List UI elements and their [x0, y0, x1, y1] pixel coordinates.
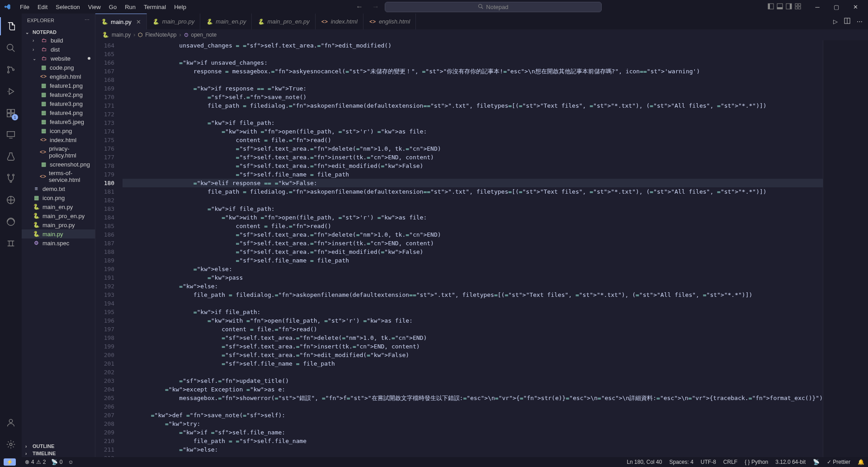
file-item[interactable]: ▦feature5.jpeg — [22, 117, 95, 126]
img-file-icon: ▦ — [33, 194, 40, 201]
extensions-icon[interactable]: 1 — [0, 104, 22, 122]
file-item[interactable]: ▦screenshot.png — [22, 160, 95, 169]
file-item[interactable]: <>privacy-policy.html — [22, 144, 95, 160]
titlebar: File Edit Selection View Go Run Terminal… — [0, 0, 868, 14]
breadcrumb[interactable]: 🐍 main.py › ⬡ FlexNoteApp › ⊙ open_note — [95, 29, 868, 40]
file-item[interactable]: <>terms-of-service.html — [22, 169, 95, 184]
img-file-icon: ▦ — [40, 127, 47, 134]
sidebar-more-icon[interactable]: ⋯ — [85, 17, 90, 23]
py-file-icon: 🐍 — [33, 230, 40, 238]
svg-point-15 — [8, 71, 9, 73]
prettier[interactable]: ✓ Prettier — [827, 459, 850, 465]
encoding[interactable]: UTF-8 — [701, 459, 716, 465]
layout-bottom-icon[interactable] — [777, 3, 783, 11]
braces-icon: { } — [745, 459, 750, 465]
file-item[interactable]: 🐍main_en.py — [22, 202, 95, 211]
editor-region: 🐍main.py✕🐍main_pro.py🐍main_en.py🐍main_pr… — [95, 14, 868, 457]
chevron-down-icon: ⌄ — [33, 56, 38, 61]
timeline-header[interactable]: › TIMELINE — [22, 450, 95, 457]
cursor-position[interactable]: Ln 180, Col 40 — [627, 459, 662, 465]
notifications-icon[interactable]: 🔔 — [858, 459, 864, 465]
go-live[interactable]: 📡 — [813, 459, 820, 465]
live-share-icon[interactable] — [0, 191, 22, 209]
folder-item[interactable]: ⌄🗀website — [22, 54, 95, 63]
interpreter[interactable]: 3.12.0 64-bit — [775, 459, 806, 465]
editor-tab[interactable]: 🐍main_pro_en.py — [252, 14, 315, 29]
editor-tab[interactable]: 🐍main_en.py — [200, 14, 252, 29]
problems-indicator[interactable]: ⊗4 ⚠2 — [25, 459, 46, 465]
file-item[interactable]: 🐍main_pro.py — [22, 220, 95, 229]
explorer-sidebar: EXPLORER ⋯ ⌄ NOTEPAD ›🗀build›🗀dist⌄🗀webs… — [22, 14, 95, 457]
file-item[interactable]: <>index.html — [22, 135, 95, 144]
testing-icon[interactable] — [0, 148, 22, 166]
language-mode[interactable]: { } Python — [745, 459, 768, 465]
outline-header[interactable]: › OUTLINE — [22, 443, 95, 450]
explorer-icon[interactable] — [0, 17, 22, 35]
layout-right-icon[interactable] — [786, 3, 792, 11]
html-file-icon: <> — [40, 136, 47, 143]
vscode-activity-icon[interactable] — [0, 234, 22, 253]
py-file-icon: 🐍 — [33, 212, 40, 219]
menu-terminal[interactable]: Terminal — [140, 2, 170, 12]
folder-section-header[interactable]: ⌄ NOTEPAD — [22, 29, 95, 36]
file-item[interactable]: 🐍main.py — [22, 229, 95, 238]
svg-point-29 — [9, 419, 12, 423]
file-item[interactable]: ⚙main.spec — [22, 238, 95, 248]
menu-help[interactable]: Help — [170, 2, 190, 12]
editor-body[interactable]: 1641651661671681691701711721731741751761… — [95, 40, 868, 457]
folder-item[interactable]: ›🗀dist — [22, 45, 95, 54]
file-item[interactable]: ▦icon.png — [22, 126, 95, 135]
indentation[interactable]: Spaces: 4 — [669, 459, 693, 465]
editor-more-icon[interactable]: ⋯ — [857, 18, 863, 25]
nav-forward-icon[interactable]: → — [372, 3, 379, 11]
file-item[interactable]: ▦feature1.png — [22, 81, 95, 90]
layout-left-icon[interactable] — [768, 3, 774, 11]
file-item[interactable]: ▦icon.png — [22, 193, 95, 202]
eol[interactable]: CRLF — [723, 459, 737, 465]
menu-selection[interactable]: Selection — [52, 2, 83, 12]
source-control-icon[interactable] — [0, 61, 22, 79]
folder-item[interactable]: ›🗀build — [22, 36, 95, 45]
close-icon[interactable]: ✕ — [846, 0, 864, 13]
editor-tab[interactable]: <>index.html — [316, 14, 363, 29]
file-item[interactable]: ▦feature3.png — [22, 99, 95, 108]
remote-explorer-icon[interactable] — [0, 126, 22, 144]
settings-gear-icon[interactable] — [0, 435, 22, 453]
feedback-icon[interactable]: ☺ — [68, 459, 73, 465]
run-file-icon[interactable]: ▷ — [833, 18, 838, 25]
layout-customize-icon[interactable] — [795, 3, 801, 11]
editor-tab[interactable]: 🐍main.py✕ — [95, 14, 147, 29]
file-item[interactable]: 🐍main_pro_en.py — [22, 211, 95, 220]
file-item[interactable]: ▦feature2.png — [22, 90, 95, 99]
search-activity-icon[interactable] — [0, 39, 22, 57]
menu-go[interactable]: Go — [105, 2, 120, 12]
editor-tab[interactable]: 🐍main_pro.py — [147, 14, 201, 29]
img-file-icon: ▦ — [40, 82, 47, 89]
split-editor-icon[interactable] — [844, 18, 850, 25]
remote-indicator[interactable]: ⚡ — [4, 458, 16, 466]
menu-view[interactable]: View — [85, 2, 104, 12]
tab-close-icon[interactable]: ✕ — [136, 19, 141, 25]
file-item[interactable]: <>english.html — [22, 72, 95, 81]
ports-indicator[interactable]: 📡 0 — [51, 459, 62, 465]
accounts-icon[interactable] — [0, 414, 22, 432]
command-center[interactable]: Notepad — [385, 2, 602, 12]
nav-back-icon[interactable]: ← — [356, 3, 363, 11]
menu-run[interactable]: Run — [121, 2, 139, 12]
minimap[interactable] — [823, 40, 868, 457]
menu-file[interactable]: File — [16, 2, 33, 12]
editor-tab[interactable]: <>english.html — [363, 14, 416, 29]
folder-icon: 🗀 — [41, 55, 48, 62]
maximize-icon[interactable]: ▢ — [827, 0, 845, 13]
code-area[interactable]: unsaved_changes = ="sf">self.text_area.=… — [123, 40, 823, 457]
run-debug-icon[interactable] — [0, 82, 22, 100]
file-item[interactable]: ≡demo.txt — [22, 184, 95, 193]
svg-point-25 — [13, 174, 14, 176]
svg-rect-18 — [7, 110, 10, 113]
file-item[interactable]: ▦code.png — [22, 63, 95, 72]
edge-icon[interactable] — [0, 213, 22, 231]
git-branch-icon[interactable] — [0, 169, 22, 187]
minimize-icon[interactable]: ─ — [808, 0, 826, 13]
menu-edit[interactable]: Edit — [34, 2, 51, 12]
file-item[interactable]: ▦feature4.png — [22, 108, 95, 117]
